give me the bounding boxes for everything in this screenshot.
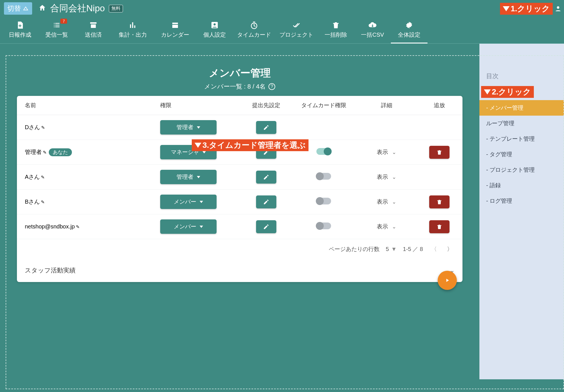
edit-destination-button[interactable]	[256, 121, 276, 134]
th-role: 権限	[156, 96, 241, 115]
table-pager: ページあたりの行数 5 ▼ 1-5 ／ 8 〈 〉	[17, 239, 462, 259]
list-icon	[52, 21, 61, 29]
rows-per-page-select[interactable]: 5 ▼	[386, 246, 397, 252]
switch-button[interactable]: 切替	[4, 2, 32, 15]
page-title: メンバー管理	[6, 66, 474, 80]
help-icon[interactable]: ?	[268, 83, 275, 90]
edit-name-icon[interactable]: ✎	[76, 224, 80, 229]
toc-item[interactable]: - ログ管理	[479, 193, 564, 209]
member-name: 管理者	[25, 149, 42, 155]
tab-bulk-delete[interactable]: 一括削除	[318, 18, 354, 43]
member-card: 名前 権限 提出先設定 タイムカード権限 詳細 追放 Dさん✎管理者管理者✎あな…	[17, 96, 462, 282]
staff-activity-panel[interactable]: スタッフ活動実績 ⌄	[17, 259, 462, 282]
edit-name-icon[interactable]: ✎	[43, 150, 47, 155]
toggle-knob	[316, 172, 324, 180]
plan-badge: 無料	[109, 5, 123, 12]
toc-item[interactable]: - テンプレート管理	[479, 131, 564, 147]
edit-destination-button[interactable]	[256, 171, 276, 184]
detail-link[interactable]: 表示⌄	[377, 148, 396, 156]
expel-button[interactable]	[429, 220, 450, 233]
detail-link[interactable]: 表示⌄	[377, 173, 396, 181]
triangle-down-icon	[195, 143, 201, 148]
page-subtitle: メンバー一覧 : 8 / 4名 ?	[6, 82, 474, 91]
chevron-down-icon: ⌄	[392, 224, 396, 230]
edit-destination-button[interactable]	[256, 195, 276, 208]
th-detail: 詳細	[357, 96, 416, 115]
annotation-1: 1.クリック	[500, 3, 553, 15]
next-page-button[interactable]: 〉	[445, 244, 455, 254]
inbox-badge: 7	[60, 19, 67, 24]
th-expel: 追放	[416, 96, 462, 115]
timer-icon	[250, 21, 258, 29]
toc-item[interactable]: - 語録	[479, 178, 564, 193]
detail-link[interactable]: 表示⌄	[377, 223, 396, 230]
timecard-toggle[interactable]	[316, 198, 331, 204]
caret-down-icon	[200, 226, 203, 228]
role-select[interactable]: メンバー	[160, 195, 217, 209]
trash-icon	[332, 21, 340, 29]
tab-create-report[interactable]: 日報作成	[2, 18, 38, 43]
prev-page-button[interactable]: 〈	[429, 244, 439, 254]
tab-personal-settings[interactable]: 個人設定	[196, 18, 233, 43]
member-name: Aさん	[25, 174, 40, 180]
nav-tabs: 日報作成 7 受信一覧 送信済 集計・出力 カレンダー 個人設定 タイムカード …	[0, 17, 564, 44]
toc-item[interactable]: ループ管理	[479, 116, 564, 131]
toc-item[interactable]: - メンバー管理	[479, 100, 564, 116]
tab-aggregate[interactable]: 集計・出力	[112, 18, 154, 43]
edit-name-icon[interactable]: ✎	[41, 200, 45, 204]
calendar-icon	[171, 21, 179, 29]
gear-icon	[405, 21, 413, 29]
you-chip: あなた	[49, 148, 72, 156]
tab-project[interactable]: プロジェクト	[275, 18, 318, 43]
role-select[interactable]: 管理者	[160, 120, 217, 135]
triangle-down-icon	[484, 89, 491, 94]
toc-item[interactable]: - タグ管理	[479, 147, 564, 162]
expel-button[interactable]	[429, 146, 450, 159]
switch-label: 切替	[7, 4, 21, 13]
toggle-knob	[316, 197, 324, 205]
timecard-toggle[interactable]	[316, 148, 331, 155]
bar-chart-icon	[129, 21, 137, 29]
caret-down-icon	[202, 151, 206, 153]
member-name: netshop@sndbox.jp	[25, 223, 75, 230]
caret-down-icon	[197, 176, 200, 178]
table-row: netshop@sndbox.jp✎メンバー表示⌄	[17, 214, 462, 239]
timecard-toggle[interactable]	[316, 223, 331, 229]
chevron-down-icon: ⌄	[392, 174, 396, 180]
tab-inbox[interactable]: 7 受信一覧	[38, 18, 75, 43]
timecard-toggle[interactable]	[316, 173, 331, 180]
role-select[interactable]: 管理者	[160, 170, 217, 184]
th-dest: 提出先設定	[241, 96, 291, 115]
tab-sent[interactable]: 送信済	[75, 18, 112, 43]
play-icon	[444, 278, 450, 283]
role-select[interactable]: メンバー	[160, 219, 217, 234]
table-row: Aさん✎管理者表示⌄	[17, 165, 462, 190]
tab-calendar[interactable]: カレンダー	[154, 18, 196, 43]
member-table: 名前 権限 提出先設定 タイムカード権限 詳細 追放 Dさん✎管理者管理者✎あな…	[17, 96, 462, 239]
table-row: Bさん✎メンバー表示⌄	[17, 190, 462, 214]
home-icon[interactable]	[38, 4, 46, 13]
account-icon[interactable]	[554, 5, 562, 14]
toc-item[interactable]: - プロジェクト管理	[479, 162, 564, 178]
org-name: 合同会社Nipo	[50, 2, 105, 15]
cloud-download-icon	[368, 21, 377, 29]
detail-link[interactable]: 表示⌄	[377, 198, 396, 206]
member-name: Bさん	[25, 199, 40, 205]
side-toc: 目次 2.クリック - メンバー管理ループ管理- テンプレート管理- タグ管理-…	[479, 44, 564, 379]
tab-timecard[interactable]: タイムカード	[233, 18, 275, 43]
check-all-icon	[292, 21, 301, 29]
triangle-down-icon	[503, 6, 510, 11]
fab-play-button[interactable]	[438, 271, 457, 290]
edit-name-icon[interactable]: ✎	[41, 125, 45, 130]
expel-button[interactable]	[429, 195, 450, 208]
svg-point-0	[557, 6, 559, 9]
tab-bulk-csv[interactable]: 一括CSV	[354, 18, 391, 43]
edit-destination-button[interactable]	[256, 220, 276, 233]
triangle-up-icon	[23, 5, 29, 12]
th-name: 名前	[17, 96, 156, 115]
file-plus-icon	[16, 21, 24, 29]
member-name: Dさん	[25, 124, 40, 130]
edit-name-icon[interactable]: ✎	[41, 175, 45, 180]
tab-global-settings[interactable]: 全体設定	[391, 18, 428, 43]
annotation-3: 3.タイムカード管理者を選ぶ	[192, 139, 309, 151]
